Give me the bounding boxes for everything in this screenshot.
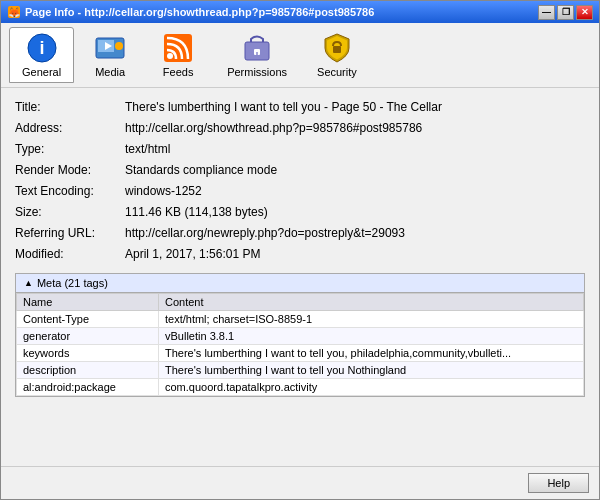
window-title: Page Info - http://cellar.org/showthread… xyxy=(25,6,538,18)
tab-security-label: Security xyxy=(317,66,357,78)
close-button[interactable]: ✕ xyxy=(576,5,593,20)
info-value: 111.46 KB (114,138 bytes) xyxy=(125,203,585,221)
info-value: There's lumberthing I want to tell you -… xyxy=(125,98,585,116)
permissions-icon xyxy=(241,32,273,64)
meta-content-cell: There's lumberthing I want to tell you, … xyxy=(159,345,584,362)
tab-media-label: Media xyxy=(95,66,125,78)
minimize-button[interactable]: — xyxy=(538,5,555,20)
meta-table: Name Content Content-Typetext/html; char… xyxy=(16,293,584,396)
security-icon xyxy=(321,32,353,64)
svg-rect-13 xyxy=(333,46,341,53)
info-label: Text Encoding: xyxy=(15,182,125,200)
info-label: Size: xyxy=(15,203,125,221)
meta-col-name: Name xyxy=(17,294,159,311)
window-controls: — ❐ ✕ xyxy=(538,5,593,20)
info-table: Title:There's lumberthing I want to tell… xyxy=(15,98,585,263)
restore-button[interactable]: ❐ xyxy=(557,5,574,20)
footer: Help xyxy=(1,466,599,499)
meta-name-cell: generator xyxy=(17,328,159,345)
info-row: Address:http://cellar.org/showthread.php… xyxy=(15,119,585,137)
meta-header-label: Meta (21 tags) xyxy=(37,277,108,289)
meta-table-row: descriptionThere's lumberthing I want to… xyxy=(17,362,584,379)
svg-text:i: i xyxy=(39,38,44,58)
info-row: Referring URL:http://cellar.org/newreply… xyxy=(15,224,585,242)
meta-name-cell: description xyxy=(17,362,159,379)
info-row: Render Mode:Standards compliance mode xyxy=(15,161,585,179)
info-label: Modified: xyxy=(15,245,125,263)
info-row: Size:111.46 KB (114,138 bytes) xyxy=(15,203,585,221)
meta-name-cell: al:android:package xyxy=(17,379,159,396)
svg-point-6 xyxy=(115,42,123,50)
info-value: windows-1252 xyxy=(125,182,585,200)
meta-table-row: keywordsThere's lumberthing I want to te… xyxy=(17,345,584,362)
meta-name-cell: keywords xyxy=(17,345,159,362)
meta-content-cell: There's lumberthing I want to tell you N… xyxy=(159,362,584,379)
tab-media[interactable]: Media xyxy=(78,27,142,83)
meta-section: ▲ Meta (21 tags) Name Content Content-Ty… xyxy=(15,273,585,397)
info-label: Address: xyxy=(15,119,125,137)
window: 🦊 Page Info - http://cellar.org/showthre… xyxy=(0,0,600,500)
svg-point-9 xyxy=(167,53,173,59)
info-label: Type: xyxy=(15,140,125,158)
info-label: Render Mode: xyxy=(15,161,125,179)
info-value: http://cellar.org/showthread.php?p=98578… xyxy=(125,119,585,137)
title-bar: 🦊 Page Info - http://cellar.org/showthre… xyxy=(1,1,599,23)
meta-table-row: generatorvBulletin 3.8.1 xyxy=(17,328,584,345)
meta-col-content: Content xyxy=(159,294,584,311)
info-value: http://cellar.org/newreply.php?do=postre… xyxy=(125,224,585,242)
info-value: Standards compliance mode xyxy=(125,161,585,179)
meta-name-cell: Content-Type xyxy=(17,311,159,328)
tab-feeds-label: Feeds xyxy=(163,66,194,78)
meta-table-row: Content-Typetext/html; charset=ISO-8859-… xyxy=(17,311,584,328)
info-label: Title: xyxy=(15,98,125,116)
info-row: Text Encoding:windows-1252 xyxy=(15,182,585,200)
meta-content-cell: text/html; charset=ISO-8859-1 xyxy=(159,311,584,328)
info-row: Title:There's lumberthing I want to tell… xyxy=(15,98,585,116)
tab-general[interactable]: i General xyxy=(9,27,74,83)
tab-feeds[interactable]: Feeds xyxy=(146,27,210,83)
tab-general-label: General xyxy=(22,66,61,78)
info-row: Modified:April 1, 2017, 1:56:01 PM xyxy=(15,245,585,263)
tab-security[interactable]: Security xyxy=(304,27,370,83)
meta-scroll[interactable]: Name Content Content-Typetext/html; char… xyxy=(16,293,584,396)
meta-content-cell: com.quoord.tapatalkpro.activity xyxy=(159,379,584,396)
help-button[interactable]: Help xyxy=(528,473,589,493)
info-value: April 1, 2017, 1:56:01 PM xyxy=(125,245,585,263)
window-icon: 🦊 xyxy=(7,5,21,19)
tab-permissions[interactable]: Permissions xyxy=(214,27,300,83)
main-content: Title:There's lumberthing I want to tell… xyxy=(1,88,599,466)
meta-table-row: al:android:packagecom.quoord.tapatalkpro… xyxy=(17,379,584,396)
general-icon: i xyxy=(26,32,58,64)
info-value: text/html xyxy=(125,140,585,158)
feeds-icon xyxy=(162,32,194,64)
svg-text:🦊: 🦊 xyxy=(8,6,21,19)
meta-collapse-icon[interactable]: ▲ xyxy=(24,278,33,288)
meta-header: ▲ Meta (21 tags) xyxy=(16,274,584,293)
media-icon xyxy=(94,32,126,64)
meta-content-cell: vBulletin 3.8.1 xyxy=(159,328,584,345)
info-label: Referring URL: xyxy=(15,224,125,242)
info-row: Type:text/html xyxy=(15,140,585,158)
toolbar: i General Media xyxy=(1,23,599,88)
tab-permissions-label: Permissions xyxy=(227,66,287,78)
